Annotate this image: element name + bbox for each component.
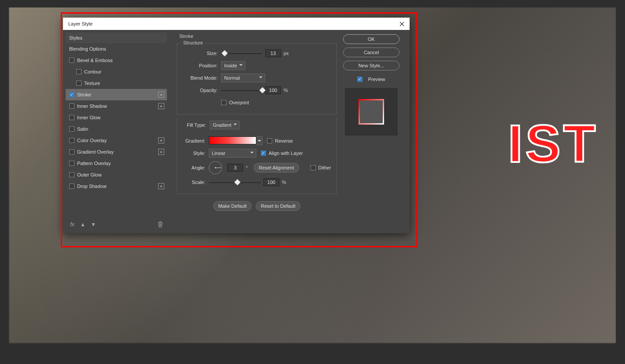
style-row-drop-shadow[interactable]: Drop Shadow+	[66, 180, 167, 192]
styles-header: Styles	[66, 33, 167, 43]
style-checkbox[interactable]	[76, 69, 81, 74]
size-label: Size:	[180, 51, 218, 56]
style-row-contour[interactable]: Contour	[66, 66, 167, 77]
style-label: Bevel & Emboss	[77, 58, 113, 63]
gradient-swatch[interactable]	[209, 136, 256, 144]
style-row-color-overlay[interactable]: Color Overlay+	[66, 135, 167, 146]
reverse-checkbox[interactable]	[267, 138, 272, 143]
stroke-settings-panel: Stroke Structure Size: px Position: Insi…	[176, 33, 338, 231]
style-checkbox[interactable]	[76, 81, 81, 86]
opacity-slider[interactable]	[221, 87, 263, 93]
style-label: Inner Glow	[77, 115, 100, 120]
style-label: Outer Glow	[77, 172, 102, 177]
style-label: Style:	[180, 151, 205, 156]
fx-icon[interactable]: fx	[69, 221, 75, 228]
style-row-inner-shadow[interactable]: Inner Shadow+	[66, 100, 167, 112]
dither-checkbox[interactable]	[311, 165, 316, 170]
dialog-title: Layer Style	[68, 21, 397, 26]
close-icon[interactable]	[397, 19, 406, 28]
preview-box	[345, 88, 398, 136]
plus-icon[interactable]: +	[158, 92, 164, 98]
blendmode-dropdown[interactable]: Normal	[221, 74, 265, 82]
scale-unit: %	[282, 180, 286, 185]
blending-options-label: Blending Options	[69, 46, 106, 51]
plus-icon[interactable]: +	[158, 137, 164, 143]
filltype-label: Fill Type:	[177, 122, 206, 128]
style-row-pattern-overlay[interactable]: Pattern Overlay	[66, 158, 167, 169]
fill-fieldset: Fill Type: Gradient Gradient: Reverse St…	[177, 118, 337, 194]
preview-label: Preview	[368, 77, 385, 82]
style-row-outer-glow[interactable]: Outer Glow	[66, 169, 167, 180]
opacity-label: Opacity:	[180, 88, 218, 93]
style-label: Drop Shadow	[77, 184, 107, 189]
structure-fieldset: Structure Size: px Position: Inside Blen…	[177, 43, 337, 114]
style-label: Gradient Overlay	[77, 149, 114, 154]
layer-text-ist: IST	[508, 113, 598, 174]
arrow-down-icon[interactable]: ▼	[90, 221, 96, 228]
align-checkbox[interactable]	[261, 151, 266, 156]
style-label: Texture	[84, 81, 100, 86]
style-checkbox[interactable]	[69, 103, 74, 109]
make-default-button[interactable]: Make Default	[213, 201, 251, 211]
plus-icon[interactable]: +	[158, 183, 164, 189]
ok-button[interactable]: OK	[343, 34, 399, 44]
plus-icon[interactable]: +	[158, 149, 164, 155]
overprint-label: Overprint	[229, 100, 249, 105]
style-label: Stroke	[77, 92, 91, 97]
dialog-titlebar[interactable]: Layer Style	[63, 18, 410, 30]
preview-swatch	[359, 99, 384, 125]
new-style-button[interactable]: New Style...	[343, 61, 399, 70]
reverse-label: Reverse	[275, 138, 293, 143]
plus-icon[interactable]: +	[158, 103, 164, 109]
structure-legend: Structure	[181, 40, 205, 45]
align-label: Align with Layer	[269, 151, 303, 156]
style-checkbox[interactable]	[69, 172, 74, 177]
scale-input[interactable]	[263, 178, 279, 186]
style-row-bevel-emboss[interactable]: Bevel & Emboss	[66, 55, 167, 66]
opacity-unit: %	[284, 88, 288, 93]
style-checkbox[interactable]	[69, 138, 74, 143]
opacity-input[interactable]	[265, 86, 281, 94]
blendmode-label: Blend Mode:	[180, 75, 218, 81]
sidebar-footer: fx ▲ ▼	[66, 218, 167, 231]
reset-default-button[interactable]: Reset to Default	[256, 201, 300, 211]
dither-label: Dither	[318, 165, 331, 170]
scale-label: Scale:	[180, 180, 205, 185]
style-checkbox[interactable]	[69, 161, 74, 166]
scale-slider[interactable]	[209, 179, 261, 185]
style-row-stroke[interactable]: Stroke+	[66, 89, 167, 100]
angle-label: Angle:	[180, 165, 205, 170]
position-dropdown[interactable]: Inside	[221, 61, 245, 70]
angle-input[interactable]	[227, 164, 243, 172]
panel-title: Stroke	[176, 33, 338, 40]
style-row-gradient-overlay[interactable]: Gradient Overlay+	[66, 146, 167, 158]
style-row-satin[interactable]: Satin	[66, 123, 167, 135]
style-checkbox[interactable]	[69, 115, 74, 120]
size-slider[interactable]	[221, 50, 263, 56]
size-input[interactable]	[265, 49, 281, 57]
filltype-dropdown[interactable]: Gradient	[210, 121, 240, 129]
blending-options-row[interactable]: Blending Options	[66, 43, 167, 55]
style-row-inner-glow[interactable]: Inner Glow	[66, 112, 167, 123]
style-checkbox[interactable]	[69, 149, 74, 154]
style-dropdown[interactable]: Linear	[209, 149, 256, 158]
style-checkbox[interactable]	[69, 58, 74, 63]
trash-icon[interactable]	[157, 221, 163, 228]
style-label: Pattern Overlay	[77, 161, 111, 166]
preview-checkbox[interactable]	[357, 77, 362, 82]
arrow-up-icon[interactable]: ▲	[80, 221, 86, 228]
style-label: Contour	[84, 69, 101, 74]
size-unit: px	[284, 51, 289, 56]
cancel-button[interactable]: Cancel	[343, 48, 399, 57]
overprint-checkbox[interactable]	[221, 100, 226, 105]
style-checkbox[interactable]	[69, 184, 74, 189]
styles-sidebar: Styles Blending Options Bevel & EmbossCo…	[66, 33, 167, 231]
reset-alignment-button[interactable]: Reset Alignment	[254, 163, 299, 173]
angle-unit: °	[246, 165, 248, 170]
style-row-texture[interactable]: Texture	[66, 77, 167, 89]
gradient-label: Gradient:	[180, 138, 205, 143]
style-checkbox[interactable]	[69, 92, 74, 97]
style-checkbox[interactable]	[69, 126, 74, 132]
angle-control[interactable]	[209, 161, 222, 174]
gradient-dropdown-icon[interactable]	[256, 136, 263, 145]
